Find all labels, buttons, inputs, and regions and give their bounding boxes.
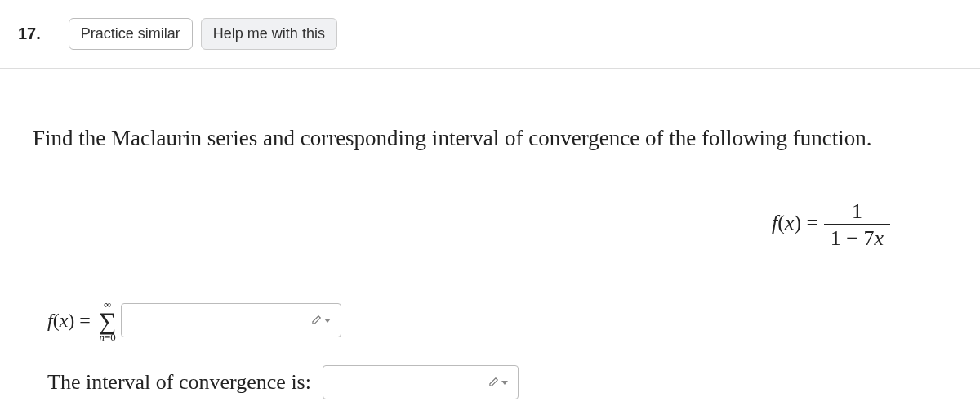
sigma-symbol: ∑ [99,310,116,332]
fraction: 1 1 − 7x [824,200,890,250]
interval-answer-row: The interval of convergence is: [47,365,947,399]
function-definition: f(x) = 1 1 − 7x [33,200,947,250]
function-x: x [785,211,795,234]
interval-answer-input[interactable] [323,365,519,399]
fraction-numerator: 1 [824,200,890,225]
pencil-icon [488,377,508,388]
sigma-bottom: n=0 [99,332,115,342]
series-answer-input[interactable] [121,303,341,337]
question-prompt: Find the Maclaurin series and correspond… [33,126,947,151]
question-number: 17. [18,25,41,43]
question-header: 17. Practice similar Help me with this [0,0,980,69]
pencil-icon [310,315,331,326]
interval-label: The interval of convergence is: [47,370,311,395]
function-f: f [772,211,777,234]
answer-area: f(x) = ∞ ∑ n=0 The interval of [33,299,947,399]
fraction-denominator: 1 − 7x [824,225,890,249]
series-answer-row: f(x) = ∞ ∑ n=0 [47,299,947,342]
series-lhs: f(x) = ∞ ∑ n=0 [47,299,121,342]
question-content: Find the Maclaurin series and correspond… [0,69,980,415]
equals-sign: = [807,211,819,234]
help-me-button[interactable]: Help me with this [201,18,337,50]
chevron-down-icon [324,319,331,323]
practice-similar-button[interactable]: Practice similar [69,18,193,50]
chevron-down-icon [501,381,508,385]
sigma-notation: ∞ ∑ n=0 [99,299,116,342]
